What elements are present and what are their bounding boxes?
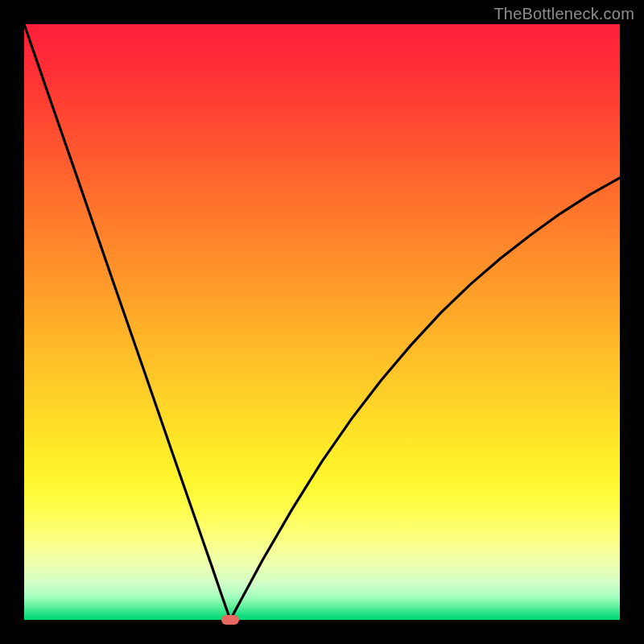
optimal-point-marker <box>221 615 239 625</box>
chart-frame: TheBottleneck.com <box>0 0 644 644</box>
bottleneck-curve <box>24 24 620 620</box>
watermark-text: TheBottleneck.com <box>493 5 634 23</box>
plot-area <box>24 24 620 620</box>
chart-svg <box>24 24 620 620</box>
